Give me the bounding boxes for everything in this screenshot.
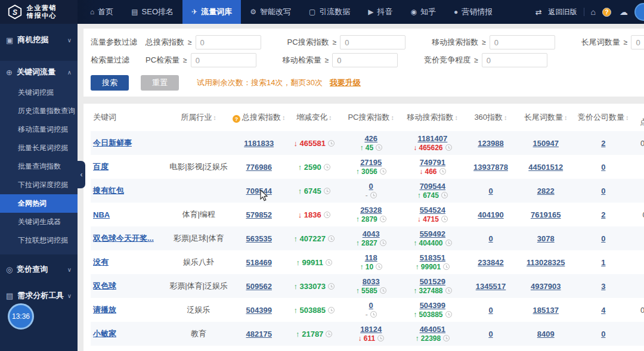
index360-link[interactable]: 1345517: [476, 282, 506, 291]
sidebar-section-header-竞价查询[interactable]: ◎竞价查询∨: [0, 258, 78, 281]
nav-item-SEO排名[interactable]: ▤SEO排名: [122, 0, 182, 24]
home-icon[interactable]: ⌂: [591, 7, 596, 17]
sidebar-item-全网热词[interactable]: 全网热词: [0, 194, 78, 213]
nav-item-引流数据[interactable]: ▢引流数据: [300, 0, 359, 24]
help-icon[interactable]: ?: [233, 115, 240, 123]
bid-companies-link[interactable]: 0: [601, 163, 605, 172]
index360-link[interactable]: 13937878: [473, 163, 508, 172]
bid-companies-link[interactable]: 0: [601, 187, 605, 195]
sidebar-section-header-需求分析工具[interactable]: ▤需求分析工具∨: [0, 284, 78, 307]
column-header-companies[interactable]: 竞价公司数量↕: [574, 104, 633, 131]
pc-index-link[interactable]: 0: [369, 301, 373, 310]
bid-companies-link[interactable]: 3: [601, 282, 605, 291]
mobile-index-link[interactable]: 518351: [420, 253, 445, 262]
keyword-link[interactable]: 请播放: [93, 305, 116, 314]
filter-竞价竞争程度-input[interactable]: [482, 53, 547, 67]
keyword-link[interactable]: 双色球: [93, 281, 116, 290]
sidebar-item-下拉词深度挖掘[interactable]: 下拉词深度挖掘: [0, 176, 78, 194]
bid-companies-link[interactable]: 0: [601, 234, 605, 243]
index360-link[interactable]: 404190: [478, 210, 503, 219]
column-header-sem[interactable]: SEM点击价格↕: [633, 104, 644, 131]
keyword-link[interactable]: 百度: [93, 162, 109, 171]
mobile-index-link[interactable]: 1181407: [417, 134, 447, 143]
total-index-link[interactable]: 563535: [246, 234, 272, 243]
longtail-link[interactable]: 185137: [533, 306, 559, 315]
column-header-mobile[interactable]: 移动搜索指数↕: [401, 104, 463, 131]
column-header-industry[interactable]: 所属行业↕: [167, 104, 230, 131]
index360-link[interactable]: 0: [488, 306, 493, 315]
index360-link[interactable]: 0: [488, 187, 493, 195]
longtail-link[interactable]: 4937903: [531, 282, 561, 291]
pc-index-link[interactable]: 25328: [360, 206, 382, 215]
timer-bubble[interactable]: 13:36: [8, 303, 34, 330]
upgrade-link[interactable]: 我要升级: [330, 77, 361, 88]
sidebar-section-header-关键词流量[interactable]: ⊕关键词流量∧: [0, 61, 78, 83]
sort-icon[interactable]: ↕: [282, 114, 286, 121]
filter-PC搜索指数-input[interactable]: [340, 35, 405, 49]
keyword-link[interactable]: 小敏家: [93, 329, 116, 338]
longtail-link[interactable]: 113028325: [527, 258, 565, 267]
nav-item-营销情报[interactable]: ●营销情报: [445, 0, 501, 24]
back-old-version-link[interactable]: 返回旧版: [549, 7, 577, 17]
keyword-link[interactable]: 没有: [93, 257, 109, 266]
bid-companies-link[interactable]: 2: [601, 210, 605, 219]
total-index-link[interactable]: 518469: [246, 258, 272, 267]
pc-index-link[interactable]: 8033: [363, 277, 380, 286]
longtail-link[interactable]: 8409: [537, 330, 555, 338]
pc-index-link[interactable]: 0: [369, 182, 373, 191]
index360-link[interactable]: 0: [488, 234, 493, 243]
bid-companies-link[interactable]: 1: [601, 258, 605, 267]
column-header-total[interactable]: ?总搜索指数↕: [230, 104, 287, 131]
download-cloud-icon[interactable]: ☁: [620, 7, 628, 17]
pc-index-link[interactable]: 18124: [360, 325, 382, 334]
column-header-change[interactable]: 增减变化↕: [287, 104, 340, 131]
sort-icon[interactable]: ↕: [329, 114, 332, 121]
mobile-index-link[interactable]: 504399: [420, 301, 445, 310]
pc-index-link[interactable]: 27195: [360, 158, 382, 167]
column-header-i360[interactable]: 360指数↕: [463, 104, 518, 131]
mobile-index-link[interactable]: 709544: [420, 182, 445, 191]
mobile-index-link[interactable]: 554524: [420, 206, 445, 215]
total-index-link[interactable]: 1181833: [244, 139, 274, 148]
filter-总搜索指数-input[interactable]: [196, 35, 261, 49]
mobile-index-link[interactable]: 749791: [420, 158, 445, 167]
pc-index-link[interactable]: 426: [364, 134, 377, 143]
bid-companies-link[interactable]: 0: [601, 330, 605, 338]
sort-icon[interactable]: ↕: [455, 114, 459, 121]
nav-item-知乎[interactable]: ◉知乎: [401, 0, 444, 24]
longtail-link[interactable]: 44501512: [528, 163, 563, 172]
app-logo[interactable]: S 企业营销 情报中心: [0, 0, 78, 24]
keyword-link[interactable]: 双色球今天开奖...: [93, 234, 154, 243]
column-header-pc[interactable]: PC搜索指数↕: [340, 104, 401, 131]
keyword-link[interactable]: 搜有红包: [93, 186, 124, 195]
sidebar-collapse-handle[interactable]: ‹: [78, 161, 85, 188]
sidebar-item-历史流量指数查询[interactable]: 历史流量指数查询: [0, 102, 78, 120]
filter-PC检索量-input[interactable]: [191, 53, 256, 67]
longtail-link[interactable]: 150947: [533, 139, 559, 148]
index360-link[interactable]: 123988: [478, 139, 503, 148]
longtail-link[interactable]: 3078: [537, 234, 555, 243]
help-icon[interactable]: ?: [602, 8, 611, 17]
sidebar-item-批量查询指数[interactable]: 批量查询指数: [0, 157, 78, 176]
filter-移动检索量-input[interactable]: [332, 53, 398, 67]
nav-item-抖音[interactable]: ▶抖音: [359, 0, 401, 24]
sidebar-item-关键词生成器[interactable]: 关键词生成器: [0, 213, 78, 231]
pc-index-link[interactable]: 118: [365, 253, 377, 262]
reset-button[interactable]: 重置: [141, 75, 179, 91]
column-header-longtail[interactable]: 长尾词数量↕: [518, 104, 574, 131]
bid-companies-link[interactable]: 4: [601, 306, 605, 315]
longtail-link[interactable]: 2822: [537, 187, 555, 195]
sidebar-section-header-商机挖掘[interactable]: ▣商机挖掘∨: [0, 29, 78, 51]
mobile-index-link[interactable]: 559492: [420, 229, 445, 238]
total-index-link[interactable]: 509562: [246, 282, 272, 291]
sidebar-item-下拉联想词挖掘[interactable]: 下拉联想词挖掘: [0, 231, 78, 250]
nav-item-首页[interactable]: ⌂首页: [81, 0, 122, 24]
longtail-link[interactable]: 7619165: [531, 210, 561, 219]
keyword-link[interactable]: NBA: [93, 210, 110, 219]
sidebar-item-关键词挖掘[interactable]: 关键词挖掘: [0, 83, 78, 102]
filter-长尾词数量-input[interactable]: [631, 35, 644, 49]
sidebar-item-移动流量词挖掘[interactable]: 移动流量词挖掘: [0, 120, 78, 139]
total-index-link[interactable]: 482175: [246, 330, 272, 338]
sort-icon[interactable]: ↕: [391, 114, 395, 121]
filter-移动搜索指数-input[interactable]: [490, 35, 555, 49]
